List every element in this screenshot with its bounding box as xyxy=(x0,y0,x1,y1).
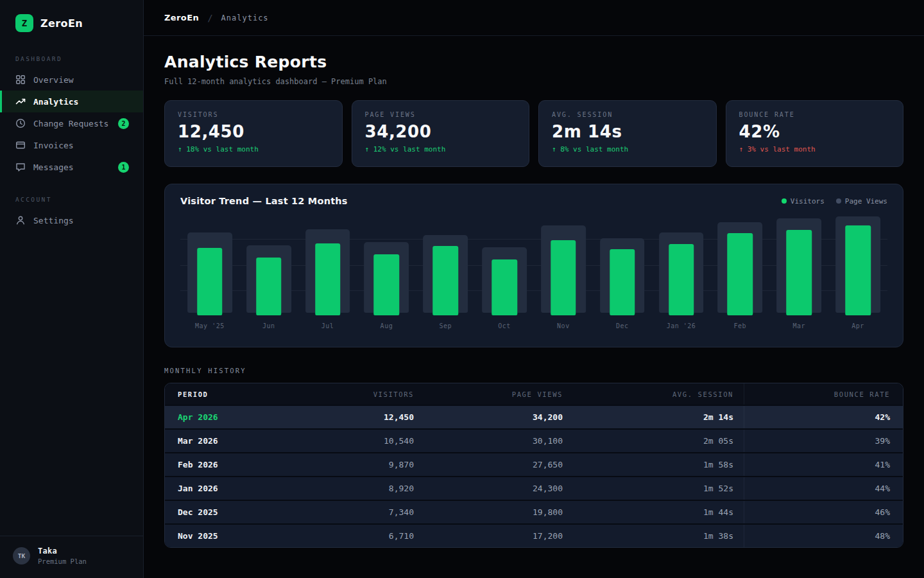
sidebar-item-label: Overview xyxy=(33,75,74,85)
visitors-cell: 7,340 xyxy=(274,501,414,523)
page-views-cell: 24,300 xyxy=(414,477,563,500)
table-row-mar-2026[interactable]: Mar 202610,54030,1002m 05s39% xyxy=(165,428,903,452)
page-views-cell: 19,800 xyxy=(414,501,563,523)
monthly-history-table: PERIODVISITORSPAGE VIEWSAVG. SESSIONBOUN… xyxy=(164,383,903,548)
table-row-dec-2025[interactable]: Dec 20257,34019,8001m 44s46% xyxy=(165,500,903,523)
bounce-rate-cell: 44% xyxy=(744,477,890,500)
stat-card-avg-session: AVG. SESSION2m 14s↑ 8% vs last month xyxy=(538,100,717,167)
table-row-jan-2026[interactable]: Jan 20268,92024,3001m 52s44% xyxy=(165,476,903,500)
bar-group-mar[interactable] xyxy=(769,215,828,315)
avg-session-cell: 2m 05s xyxy=(563,430,744,452)
sidebar-item-messages[interactable]: Messages1 xyxy=(0,156,143,178)
chart-plot xyxy=(180,215,887,315)
visitors-bar xyxy=(432,246,458,315)
sidebar-item-label: Invoices xyxy=(33,141,74,150)
table-row-apr-2026[interactable]: Apr 202612,45034,2002m 14s42% xyxy=(165,405,903,428)
x-axis-label: Jul xyxy=(298,322,357,329)
sidebar-item-change-requests[interactable]: Change Requests2 xyxy=(0,112,143,134)
period-cell: Jan 2026 xyxy=(178,477,274,500)
visitors-cell: 10,540 xyxy=(274,430,414,452)
visitors-bar xyxy=(728,233,753,315)
x-axis-label: Jun xyxy=(239,322,298,329)
bar-group-nov[interactable] xyxy=(534,215,593,315)
chart-xlabels: May '25JunJulAugSepOctNovDecJan '26FebMa… xyxy=(180,322,887,329)
sidebar-item-settings[interactable]: Settings xyxy=(0,209,143,231)
chart-header: Visitor Trend — Last 12 Months VisitorsP… xyxy=(180,196,887,206)
stat-delta: ↑ 3% vs last month xyxy=(739,145,891,153)
notification-badge: 2 xyxy=(118,118,129,129)
sidebar-item-label: Analytics xyxy=(33,97,78,107)
sidebar-item-analytics[interactable]: Analytics xyxy=(0,91,143,112)
avg-session-cell: 1m 44s xyxy=(563,501,744,523)
visitors-bar xyxy=(256,258,281,315)
table-row-nov-2025[interactable]: Nov 20256,71017,2001m 38s48% xyxy=(165,523,903,547)
chart-bars xyxy=(180,215,887,315)
page-views-cell: 27,650 xyxy=(414,453,563,476)
bar-group-feb[interactable] xyxy=(710,215,769,315)
clock-icon xyxy=(15,118,26,128)
stat-delta: ↑ 8% vs last month xyxy=(552,145,703,153)
stat-card-page-views: PAGE VIEWS34,200↑ 12% vs last month xyxy=(352,100,530,167)
main-area: ZeroEn / Analytics Analytics Reports Ful… xyxy=(144,0,924,578)
legend-label: Visitors xyxy=(791,197,825,206)
column-header-page-views: PAGE VIEWS xyxy=(414,383,563,405)
avatar: TK xyxy=(13,547,30,565)
bar-group-dec[interactable] xyxy=(593,215,652,315)
user-card[interactable]: TK Taka Premium Plan xyxy=(0,536,143,578)
sidebar-item-invoices[interactable]: Invoices xyxy=(0,134,143,156)
stat-label: AVG. SESSION xyxy=(552,111,703,118)
bar-group-apr[interactable] xyxy=(828,215,887,315)
bar-group-sep[interactable] xyxy=(416,215,475,315)
bar-group-jun[interactable] xyxy=(239,215,298,315)
page-views-cell: 30,100 xyxy=(414,430,563,452)
avg-session-cell: 2m 14s xyxy=(563,406,744,428)
bounce-rate-cell: 39% xyxy=(744,430,890,452)
legend-item-page-views[interactable]: Page Views xyxy=(836,197,887,206)
x-axis-label: May '25 xyxy=(180,322,239,329)
bar-group-oct[interactable] xyxy=(475,215,534,315)
user-plan: Premium Plan xyxy=(38,557,87,565)
column-header-avg-session: AVG. SESSION xyxy=(563,383,744,405)
legend-dot xyxy=(836,198,841,204)
table-row-feb-2026[interactable]: Feb 20269,87027,6501m 58s41% xyxy=(165,452,903,476)
period-cell: Dec 2025 xyxy=(178,501,274,523)
stat-label: PAGE VIEWS xyxy=(365,111,517,118)
stat-card-bounce-rate: BOUNCE RATE42%↑ 3% vs last month xyxy=(726,100,904,167)
bar-group-may-25[interactable] xyxy=(180,215,239,315)
credit-card-icon xyxy=(15,140,26,150)
visitors-cell: 9,870 xyxy=(274,453,414,476)
period-cell: Mar 2026 xyxy=(178,430,274,452)
bounce-rate-cell: 48% xyxy=(744,525,890,547)
bar-group-aug[interactable] xyxy=(357,215,416,315)
page-title: Analytics Reports xyxy=(164,53,903,71)
sidebar-item-label: Settings xyxy=(33,216,74,225)
sidebar-item-label: Change Requests xyxy=(33,119,108,128)
visitors-cell: 12,450 xyxy=(274,406,414,428)
breadcrumb-root[interactable]: ZeroEn xyxy=(164,13,199,22)
visitors-cell: 6,710 xyxy=(274,525,414,547)
bar-group-jan-26[interactable] xyxy=(652,215,711,315)
column-header-bounce-rate: BOUNCE RATE xyxy=(744,383,890,405)
x-axis-label: Mar xyxy=(769,322,828,329)
stat-cards: VISITORS12,450↑ 18% vs last monthPAGE VI… xyxy=(164,100,903,167)
avg-session-cell: 1m 38s xyxy=(563,525,744,547)
visitors-bar xyxy=(551,240,576,315)
legend-item-visitors[interactable]: Visitors xyxy=(782,197,825,206)
visitors-bar xyxy=(315,243,340,315)
breadcrumb-current: Analytics xyxy=(221,13,269,22)
x-axis-label: Jan '26 xyxy=(652,322,711,329)
visitor-trend-panel: Visitor Trend — Last 12 Months VisitorsP… xyxy=(164,184,903,347)
chart-legend: VisitorsPage Views xyxy=(782,197,887,206)
bar-group-jul[interactable] xyxy=(298,215,357,315)
avg-session-cell: 1m 58s xyxy=(563,453,744,476)
stat-value: 42% xyxy=(739,122,891,141)
chart-title: Visitor Trend — Last 12 Months xyxy=(180,196,348,206)
stat-value: 34,200 xyxy=(365,122,517,141)
table-header-row: PERIODVISITORSPAGE VIEWSAVG. SESSIONBOUN… xyxy=(165,383,903,405)
table-body: Apr 202612,45034,2002m 14s42%Mar 202610,… xyxy=(165,405,903,547)
x-axis-label: Aug xyxy=(357,322,416,329)
sidebar-item-overview[interactable]: Overview xyxy=(0,69,143,91)
column-header-period: PERIOD xyxy=(178,383,274,405)
brand[interactable]: Z ZeroEn xyxy=(0,0,143,37)
page-views-cell: 17,200 xyxy=(414,525,563,547)
